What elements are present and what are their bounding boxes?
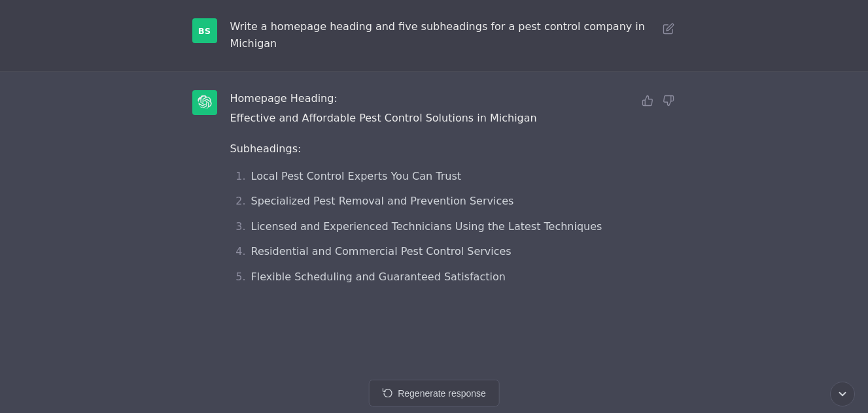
refresh-icon — [382, 387, 392, 399]
edit-icon[interactable] — [661, 21, 676, 37]
list-num-3: 3. — [230, 218, 246, 235]
list-text-1: Local Pest Control Experts You Can Trust — [251, 168, 462, 185]
list-text-2: Specialized Pest Removal and Prevention … — [251, 193, 514, 210]
scroll-bottom-button[interactable] — [830, 382, 855, 406]
chevron-down-icon — [837, 388, 848, 400]
list-num-2: 2. — [230, 193, 246, 210]
subheadings-list: 1. Local Pest Control Experts You Can Tr… — [230, 168, 627, 286]
chat-container: BS Write a homepage heading and five sub… — [0, 0, 868, 413]
regenerate-button-label: Regenerate response — [398, 388, 486, 399]
list-text-5: Flexible Scheduling and Guaranteed Satis… — [251, 269, 506, 286]
subheadings-label: Subheadings: — [230, 140, 627, 157]
assistant-message-actions — [640, 90, 676, 108]
list-item: 2. Specialized Pest Removal and Preventi… — [230, 193, 627, 210]
list-text-4: Residential and Commercial Pest Control … — [251, 243, 512, 260]
user-prompt-text: Write a homepage heading and five subhea… — [230, 20, 645, 50]
thumbs-down-icon[interactable] — [661, 93, 676, 108]
regenerate-bar: Regenerate response — [368, 380, 500, 406]
list-item: 1. Local Pest Control Experts You Can Tr… — [230, 168, 627, 185]
assistant-message-content: Homepage Heading: Effective and Affordab… — [230, 90, 627, 293]
list-text-3: Licensed and Experienced Technicians Usi… — [251, 218, 602, 235]
user-avatar: BS — [192, 18, 217, 43]
homepage-heading-label: Homepage Heading: — [230, 90, 627, 107]
regenerate-button[interactable]: Regenerate response — [368, 380, 500, 406]
list-item: 3. Licensed and Experienced Technicians … — [230, 218, 627, 235]
user-message-actions — [661, 18, 676, 37]
list-item: 5. Flexible Scheduling and Guaranteed Sa… — [230, 269, 627, 286]
list-num-1: 1. — [230, 168, 246, 185]
list-item: 4. Residential and Commercial Pest Contr… — [230, 243, 627, 260]
thumbs-up-icon[interactable] — [640, 93, 655, 108]
user-message-content: Write a homepage heading and five subhea… — [230, 18, 648, 53]
gpt-avatar — [192, 90, 217, 115]
user-message-block: BS Write a homepage heading and five sub… — [0, 0, 868, 72]
list-num-4: 4. — [230, 243, 246, 260]
list-num-5: 5. — [230, 269, 246, 286]
assistant-message-block: Homepage Heading: Effective and Affordab… — [0, 72, 868, 413]
homepage-heading-value: Effective and Affordable Pest Control So… — [230, 110, 627, 127]
